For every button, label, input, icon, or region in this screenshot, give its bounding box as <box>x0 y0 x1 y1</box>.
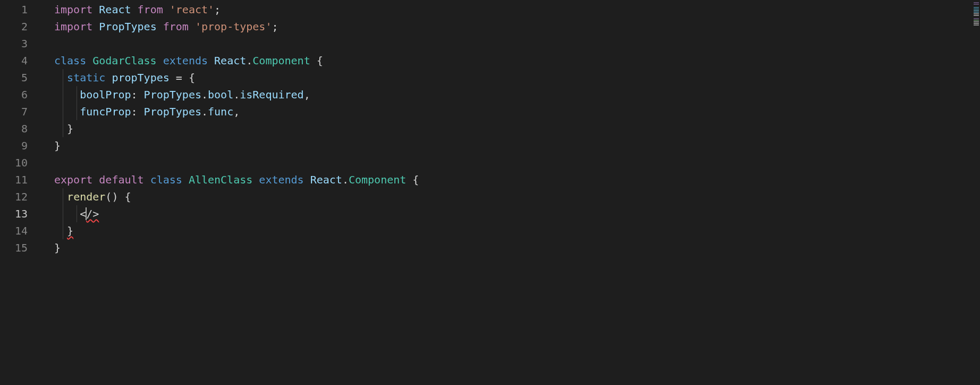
code-token: from <box>138 3 163 16</box>
line-number: 9 <box>0 137 43 154</box>
code-token: PropTypes <box>144 105 201 118</box>
code-token: . <box>201 105 208 118</box>
code-token: , <box>233 105 240 118</box>
code-token: : <box>131 88 144 101</box>
line-number: 6 <box>0 86 43 103</box>
vertical-scrollbar[interactable] <box>973 0 980 385</box>
code-line[interactable]: boolProp: PropTypes.bool.isRequired, <box>43 86 980 103</box>
code-token: } <box>54 122 73 135</box>
code-token <box>131 3 138 16</box>
code-token: bool <box>208 88 233 101</box>
code-token: static <box>67 71 112 84</box>
code-line[interactable]: } <box>43 137 980 154</box>
line-number-gutter: 123456789101112131415 <box>0 0 43 385</box>
code-token: () { <box>105 190 131 203</box>
code-token <box>54 224 67 237</box>
line-number: 5 <box>0 69 43 86</box>
line-number: 2 <box>0 18 43 35</box>
code-token: 'prop-types' <box>195 20 272 33</box>
code-token <box>163 3 170 16</box>
code-token: render <box>67 190 105 203</box>
code-line[interactable]: class GodarClass extends React.Component… <box>43 52 980 69</box>
line-number: 15 <box>0 239 43 256</box>
line-number: 14 <box>0 222 43 239</box>
indent-guide <box>77 205 77 222</box>
code-token: } <box>54 139 61 152</box>
line-number: 12 <box>0 188 43 205</box>
indent-guide <box>77 86 77 103</box>
code-token <box>157 20 163 33</box>
code-token <box>54 105 80 118</box>
indent-guide <box>63 222 63 239</box>
code-token: 'react' <box>170 3 214 16</box>
code-line[interactable]: </> <box>43 205 980 222</box>
code-token: Component <box>252 54 310 67</box>
code-token: export <box>54 173 99 186</box>
code-line[interactable]: } <box>43 120 980 137</box>
code-area[interactable]: import React from 'react';import PropTyp… <box>43 0 980 385</box>
code-token: isRequired <box>240 88 303 101</box>
code-token <box>54 190 67 203</box>
code-token: = { <box>170 71 195 84</box>
code-token: React <box>99 3 131 16</box>
code-token: import <box>54 3 99 16</box>
line-number: 4 <box>0 52 43 69</box>
code-token: boolProp <box>80 88 131 101</box>
code-line[interactable]: import PropTypes from 'prop-types'; <box>43 18 980 35</box>
code-token: class <box>54 54 92 67</box>
code-token: PropTypes <box>144 88 201 101</box>
line-number: 13 <box>0 205 43 222</box>
code-token: /> <box>86 207 99 220</box>
code-token: } <box>67 224 73 237</box>
code-token: AllenClass <box>189 173 252 186</box>
code-token: { <box>310 54 323 67</box>
indent-guide <box>63 205 63 222</box>
code-token: Component <box>349 173 406 186</box>
code-line[interactable]: } <box>43 239 980 256</box>
indent-guide <box>63 69 63 86</box>
code-token: } <box>54 241 61 254</box>
code-line[interactable]: static propTypes = { <box>43 69 980 86</box>
line-number: 3 <box>0 35 43 52</box>
code-token: default <box>99 173 150 186</box>
code-line[interactable] <box>43 154 980 171</box>
code-token: import <box>54 20 99 33</box>
line-number: 1 <box>0 1 43 18</box>
code-token <box>208 54 214 67</box>
indent-guide <box>63 103 63 120</box>
code-token: { <box>406 173 419 186</box>
code-line[interactable]: import React from 'react'; <box>43 1 980 18</box>
code-line[interactable]: render() { <box>43 188 980 205</box>
code-token <box>304 173 310 186</box>
code-line[interactable]: } <box>43 222 980 239</box>
code-token <box>157 54 163 67</box>
text-cursor <box>86 207 87 220</box>
code-token <box>189 20 195 33</box>
code-token: GodarClass <box>92 54 156 67</box>
indent-guide <box>63 120 63 137</box>
code-token: . <box>342 173 349 186</box>
code-token: class <box>150 173 189 186</box>
code-line[interactable]: export default class AllenClass extends … <box>43 171 980 188</box>
code-token <box>252 173 259 186</box>
code-token: ; <box>272 20 278 33</box>
code-token: func <box>208 105 233 118</box>
code-token: PropTypes <box>99 20 156 33</box>
code-token <box>54 88 80 101</box>
code-token: funcProp <box>80 105 131 118</box>
indent-guide <box>77 103 77 120</box>
code-token: . <box>233 88 240 101</box>
code-token: : <box>131 105 144 118</box>
line-number: 10 <box>0 154 43 171</box>
code-token: React <box>214 54 246 67</box>
code-editor[interactable]: 123456789101112131415 import React from … <box>0 0 980 385</box>
indent-guide <box>63 188 63 205</box>
line-number: 8 <box>0 120 43 137</box>
code-line[interactable] <box>43 35 980 52</box>
code-token: ; <box>214 3 221 16</box>
line-number: 7 <box>0 103 43 120</box>
code-token: from <box>163 20 189 33</box>
code-token <box>54 207 80 220</box>
code-token <box>54 71 67 84</box>
code-line[interactable]: funcProp: PropTypes.func, <box>43 103 980 120</box>
